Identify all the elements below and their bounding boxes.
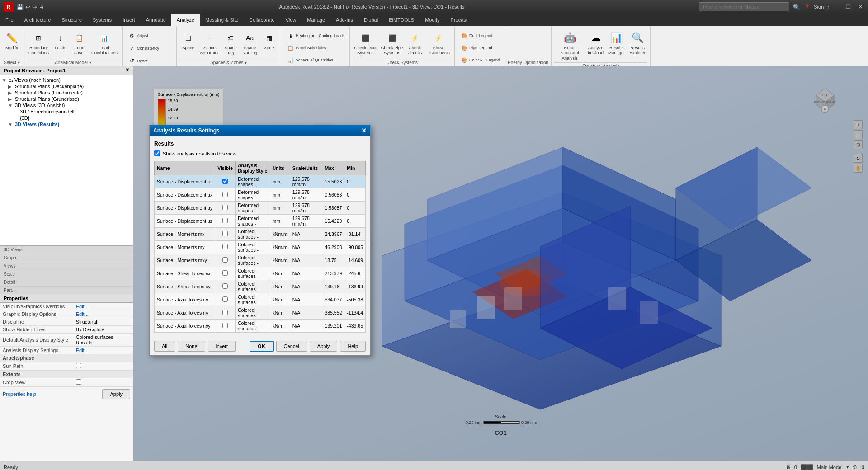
- apply-btn[interactable]: Apply: [310, 341, 338, 352]
- tree-3d-berechnungsmodell[interactable]: 3D / Berechnungsmodell: [14, 108, 131, 115]
- space-tag-btn[interactable]: 🏷 SpaceTag: [222, 30, 240, 56]
- tab-dlubal[interactable]: Dlubal: [359, 14, 383, 26]
- views-tab[interactable]: Views: [0, 262, 133, 270]
- results-explorer-btn[interactable]: 🔍 ResultsExplorer: [628, 30, 647, 56]
- results-row-8[interactable]: Surface - Shear forces vy Colored surfac…: [155, 280, 366, 293]
- cell-visible[interactable]: [215, 202, 236, 215]
- space-btn[interactable]: □ Space: [179, 30, 198, 51]
- adjust-btn[interactable]: ⚙ Adjust: [125, 30, 150, 42]
- check-pipe-btn[interactable]: ⬛ Check PipeSystems: [379, 30, 405, 56]
- results-row-9[interactable]: Surface - Axial forces nx Colored surfac…: [155, 293, 366, 306]
- results-row-2[interactable]: Surface - Displacement uy Deformed shape…: [155, 202, 366, 215]
- none-btn[interactable]: None: [178, 341, 205, 352]
- cell-visible[interactable]: [215, 320, 236, 333]
- loads-btn[interactable]: ↓ Loads: [52, 30, 70, 51]
- boundary-conditions-btn[interactable]: ⊞ BoundaryConditions: [27, 30, 51, 56]
- cell-visible[interactable]: [215, 267, 236, 280]
- tab-collaborate[interactable]: Collaborate: [244, 14, 280, 26]
- close-btn[interactable]: ✕: [856, 3, 864, 11]
- cell-visible[interactable]: [215, 228, 236, 241]
- tab-analyze[interactable]: Analyze: [171, 14, 200, 26]
- cell-visible[interactable]: [215, 175, 236, 188]
- tab-view[interactable]: View: [280, 14, 302, 26]
- space-naming-btn[interactable]: Aa SpaceNaming: [241, 30, 259, 56]
- help-btn[interactable]: Help: [340, 341, 366, 352]
- results-row-4[interactable]: Surface - Moments mx Colored surfaces - …: [155, 228, 366, 241]
- pipe-legend-btn[interactable]: 🎨 Pipe Legend: [458, 42, 494, 54]
- tab-file[interactable]: File: [0, 14, 19, 26]
- restore-btn[interactable]: ❐: [844, 3, 853, 11]
- crop-view-checkbox[interactable]: [76, 379, 81, 385]
- detail-tab[interactable]: Detail: [0, 278, 133, 287]
- signin-btn[interactable]: Sign In: [814, 4, 829, 9]
- show-disconnects-btn[interactable]: ⚡ ShowDisconnects: [425, 30, 452, 56]
- results-row-3[interactable]: Surface - Displacement uz Deformed shape…: [155, 215, 366, 228]
- color-fill-legend-btn[interactable]: 🎨 Color Fill Legend: [458, 54, 502, 66]
- load-combinations-btn[interactable]: 📊 LoadCombinations: [90, 30, 119, 56]
- tab-architecture[interactable]: Architecture: [19, 14, 57, 26]
- visibility-edit-btn[interactable]: Edit...: [73, 303, 133, 310]
- cell-visible[interactable]: [215, 241, 236, 254]
- graph-tab[interactable]: Graph...: [0, 254, 133, 262]
- results-row-7[interactable]: Surface - Shear forces vx Colored surfac…: [155, 267, 366, 280]
- tree-3d-views-results[interactable]: ▼ 3D Views (Results): [8, 121, 131, 127]
- tree-structural-plans-decken[interactable]: ▶ Structural Plans (Deckenpläne): [8, 83, 131, 89]
- cell-visible[interactable]: [215, 215, 236, 228]
- duct-legend-btn[interactable]: 🎨 Duct Legend: [458, 30, 494, 42]
- cell-visible[interactable]: [215, 188, 236, 202]
- robot-structural-btn[interactable]: 🤖 RobotStructural Analysis: [554, 30, 585, 61]
- tab-precast[interactable]: Precast: [445, 14, 473, 26]
- title-search-input[interactable]: [699, 2, 789, 11]
- panel-schedules-btn[interactable]: 📋 Panel Schedules: [284, 42, 328, 54]
- tree-3d-views-3d[interactable]: ▼ 3D Views (3D-Ansicht): [8, 102, 131, 108]
- tab-manage[interactable]: Manage: [302, 14, 330, 26]
- results-manager-btn[interactable]: 📊 ResultsManager: [606, 30, 627, 56]
- check-circuits-btn[interactable]: ⚡ CheckCircuits: [406, 30, 424, 56]
- search-icon[interactable]: 🔍: [793, 4, 800, 10]
- reset-btn[interactable]: ↺ Reset: [125, 55, 150, 66]
- scale-tab[interactable]: Scale: [0, 270, 133, 278]
- print-icon[interactable]: 🖨: [39, 4, 45, 10]
- model-selector[interactable]: Main Model: [817, 465, 843, 470]
- analyze-cloud-btn[interactable]: ☁ Analyzein Cloud: [586, 30, 605, 56]
- cancel-btn[interactable]: Cancel: [276, 341, 307, 352]
- schedule-quantities-btn[interactable]: 📊 Schedule/ Quantities: [284, 54, 335, 66]
- results-row-10[interactable]: Surface - Axial forces ny Colored surfac…: [155, 306, 366, 320]
- heating-cooling-btn[interactable]: 🌡 Heating and Cooling Loads: [284, 30, 347, 42]
- tab-insert[interactable]: Insert: [117, 14, 141, 26]
- modify-btn[interactable]: ✏️ Modify: [3, 30, 21, 51]
- part-tab[interactable]: Part...: [0, 287, 133, 294]
- modal-close-btn[interactable]: ✕: [361, 127, 367, 134]
- sun-path-checkbox[interactable]: [76, 363, 81, 368]
- tab-systems[interactable]: Systems: [87, 14, 117, 26]
- tree-structural-plans-grund[interactable]: ▶ Structural Plans (Grundrisse): [8, 96, 131, 102]
- consistency-btn[interactable]: ✓ Consistency: [125, 42, 161, 54]
- cell-visible[interactable]: [215, 293, 236, 306]
- tab-addins[interactable]: Add-Ins: [330, 14, 359, 26]
- results-row-1[interactable]: Surface - Displacement ux Deformed shape…: [155, 188, 366, 202]
- tab-structure[interactable]: Structure: [56, 14, 87, 26]
- cell-visible[interactable]: [215, 306, 236, 320]
- tree-views-root[interactable]: ▼ 🗂 Views (nach Namen): [2, 77, 131, 83]
- help-icon[interactable]: ❓: [804, 4, 810, 10]
- check-duct-btn[interactable]: ⬛ Check DuctSystems: [353, 30, 378, 56]
- show-results-checkbox[interactable]: [154, 150, 160, 156]
- results-row-6[interactable]: Surface - Moments mxy Colored surfaces -…: [155, 254, 366, 267]
- results-row-0[interactable]: Surface - Displacement |u| Deformed shap…: [155, 175, 366, 188]
- project-browser-close[interactable]: ✕: [125, 67, 129, 73]
- analysis-settings-edit-btn[interactable]: Edit...: [73, 347, 133, 354]
- cell-visible[interactable]: [215, 280, 236, 293]
- 3d-views-tab[interactable]: 3D Views: [0, 246, 133, 254]
- tree-structural-plans-fund[interactable]: ▶ Structural Plans (Fundamente): [8, 89, 131, 96]
- cell-visible[interactable]: [215, 254, 236, 267]
- minimize-btn[interactable]: ─: [833, 3, 840, 11]
- undo-icon[interactable]: ↩: [25, 4, 30, 10]
- all-btn[interactable]: All: [154, 341, 175, 352]
- results-row-5[interactable]: Surface - Moments my Colored surfaces - …: [155, 241, 366, 254]
- tree-3d-3d[interactable]: {3D}: [14, 115, 131, 121]
- ok-btn[interactable]: OK: [250, 341, 274, 352]
- save-icon[interactable]: 💾: [16, 4, 24, 10]
- properties-help-link[interactable]: Properties help: [3, 391, 36, 397]
- space-separator-btn[interactable]: ─ SpaceSeparator: [198, 30, 221, 56]
- invert-btn[interactable]: Invert: [208, 341, 236, 352]
